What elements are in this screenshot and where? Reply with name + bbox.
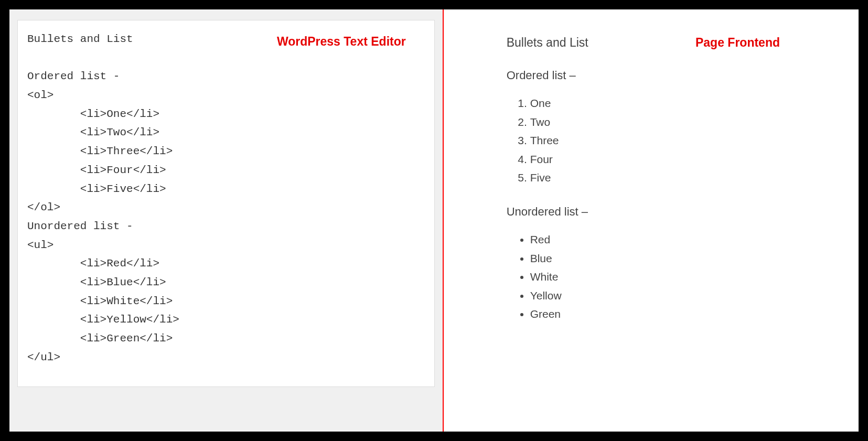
unordered-list-heading: Unordered list – [507, 205, 796, 219]
editor-label: WordPress Text Editor [277, 35, 406, 49]
comparison-container: WordPress Text Editor Bullets and List O… [9, 9, 859, 432]
list-item: Green [530, 305, 796, 324]
list-item: White [530, 267, 796, 286]
list-item: Red [530, 230, 796, 249]
unordered-list: RedBlueWhiteYellowGreen [530, 230, 796, 324]
list-item: Three [530, 131, 796, 150]
list-item: Blue [530, 249, 796, 268]
list-item: One [530, 94, 796, 113]
text-editor[interactable]: Bullets and List Ordered list - <ol> <li… [17, 20, 435, 387]
list-item: Two [530, 113, 796, 132]
list-item: Five [530, 168, 796, 187]
ordered-list-heading: Ordered list – [507, 69, 796, 82]
frontend-label: Page Frontend [695, 36, 780, 50]
editor-panel: WordPress Text Editor Bullets and List O… [9, 9, 443, 432]
list-item: Yellow [530, 286, 796, 305]
list-item: Four [530, 150, 796, 169]
ordered-list: OneTwoThreeFourFive [530, 94, 796, 187]
frontend-panel: Page Frontend Bullets and List Ordered l… [444, 9, 859, 432]
